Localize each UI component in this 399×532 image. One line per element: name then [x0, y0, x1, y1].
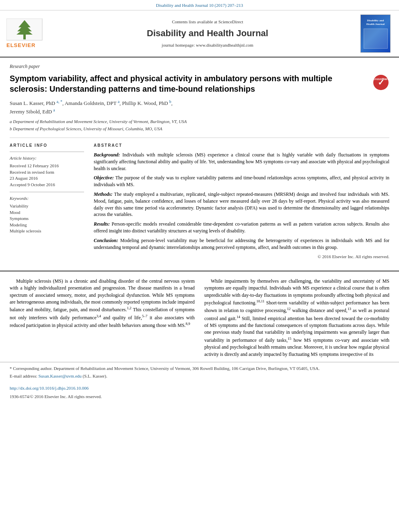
email-link[interactable]: Susan.Kasser@uvm.edu	[38, 374, 81, 378]
abstract-panel: ABSTRACT Background: Individuals with mu…	[94, 143, 389, 260]
body-left-para: Multiple sclerosis (MS) is a chronic and…	[10, 278, 195, 329]
elsevier-tree-icon	[6, 18, 43, 41]
elsevier-logo-section: ELSEVIER	[6, 18, 55, 49]
main-content: Research paper Symptom variability, affe…	[0, 58, 399, 264]
journal-header: ELSEVIER Contents lists available at Sci…	[0, 10, 399, 58]
keywords-label: Keywords:	[10, 195, 84, 201]
affiliations: a Department of Rehabilitation and Movem…	[10, 119, 389, 132]
journal-info-center: Contents lists available at ScienceDirec…	[59, 19, 356, 49]
affiliation-a: a Department of Rehabilitation and Movem…	[10, 119, 389, 125]
article-info-heading: ARTICLE INFO	[10, 143, 84, 148]
authors: Susan L. Kasser, PhD a, *, Amanda Goldst…	[10, 99, 389, 115]
elsevier-label: ELSEVIER	[6, 42, 35, 49]
article-title: Symptom variability, affect and physical…	[10, 73, 369, 94]
divider-1	[10, 152, 84, 152]
doi-link[interactable]: http://dx.doi.org/10.1016/j.dhjo.2016.10…	[10, 386, 88, 390]
abstract-methods: Methods: The study employed a multivaria…	[94, 191, 389, 218]
body-right-para: While impairments by themselves are chal…	[204, 278, 389, 358]
section-divider	[0, 271, 399, 271]
footnote-section: * Corresponding author. Department of Re…	[0, 362, 399, 384]
article-title-row: Symptom variability, affect and physical…	[10, 73, 389, 99]
history-label: Article history:	[10, 155, 84, 161]
abstract-results: Results: Person-specific models revealed…	[94, 221, 389, 234]
info-abstract-section: ARTICLE INFO Article history: Received 1…	[10, 138, 389, 260]
article-info-panel: ARTICLE INFO Article history: Received 1…	[10, 143, 84, 260]
divider-2	[10, 192, 84, 192]
abstract-heading: ABSTRACT	[94, 143, 389, 148]
affiliation-b: b Department of Psychological Sciences, …	[10, 126, 389, 132]
doi-line: http://dx.doi.org/10.1016/j.dhjo.2016.10…	[0, 384, 399, 393]
body-content: Multiple sclerosis (MS) is a chronic and…	[0, 278, 399, 362]
email-address: E-mail address: Susan.Kasser@uvm.edu (S.…	[10, 373, 389, 379]
journal-title: Disability and Health Journal	[59, 27, 356, 40]
copyright: © 2016 Elsevier Inc. All rights reserved…	[94, 254, 389, 260]
keywords-content: Variability Mood Symptoms Modeling Multi…	[10, 203, 84, 234]
issn-line: 1936-6574/© 2016 Elsevier Inc. All right…	[0, 393, 399, 403]
svg-rect-1	[23, 34, 26, 39]
crossmark-icon: ✓ CrossMark	[373, 75, 389, 90]
svg-text:CrossMark: CrossMark	[373, 77, 389, 81]
science-direct-line: Contents lists available at ScienceDirec…	[59, 19, 356, 25]
journal-cover: Disability andHealth Journal	[360, 14, 393, 53]
crossmark-badge: ✓ CrossMark	[373, 75, 389, 91]
body-right-col: While impairments by themselves are chal…	[204, 278, 389, 362]
homepage-line: journal homepage: www.disabilityandhealt…	[59, 42, 356, 48]
abstract-objective: Objective: The purpose of the study was …	[94, 175, 389, 188]
journal-citation: Disability and Health Journal 10 (2017) …	[0, 0, 399, 10]
journal-cover-image: Disability andHealth Journal	[360, 14, 391, 53]
abstract-conclusion: Conclusion: Modeling person-level variab…	[94, 237, 389, 251]
article-type: Research paper	[10, 63, 389, 70]
abstract-background: Background: Individuals with multiple sc…	[94, 152, 389, 172]
citation-text: Disability and Health Journal 10 (2017) …	[156, 3, 243, 8]
body-left-col: Multiple sclerosis (MS) is a chronic and…	[10, 278, 195, 362]
history-content: Received 12 February 2016 Received in re…	[10, 163, 84, 188]
corresponding-author: * Corresponding author. Department of Re…	[10, 366, 389, 372]
